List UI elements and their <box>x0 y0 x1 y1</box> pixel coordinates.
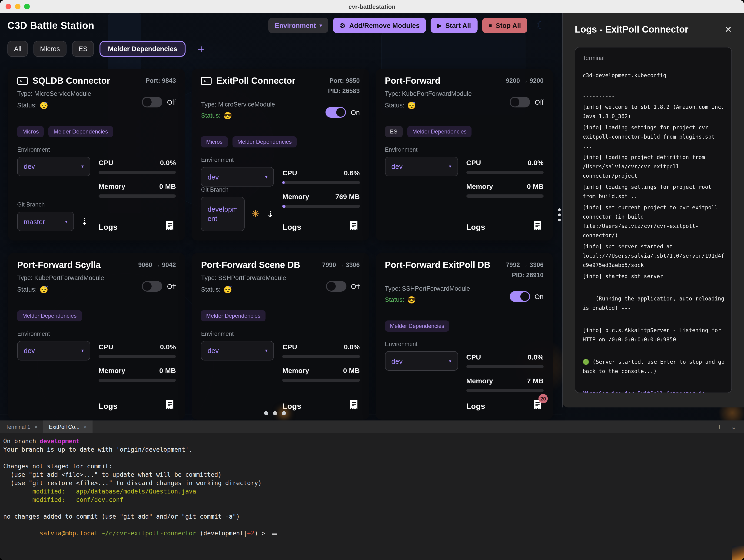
log-line: c3d-development.kubeconfig <box>583 71 725 80</box>
cpu-value: 0.0% <box>160 159 176 166</box>
chevron-down-icon: ▾ <box>81 348 84 353</box>
power-toggle[interactable] <box>510 97 530 107</box>
stop-all-button[interactable]: ■ Stop All <box>482 18 527 33</box>
environment-dropdown-label: Environment <box>275 22 316 29</box>
memory-bar <box>283 204 360 208</box>
close-icon[interactable]: ✕ <box>724 25 732 34</box>
git-branch-select[interactable]: master ▾ <box>17 212 74 231</box>
logs-receipt-icon[interactable]: 20 <box>532 400 544 411</box>
modified-file-line: modified: app/database/models/Question.j… <box>3 487 739 496</box>
stop-icon: ■ <box>489 23 492 28</box>
module-pid: PID: 26583 <box>328 86 360 97</box>
git-pull-icon[interactable]: ⇣ <box>81 216 88 227</box>
carousel-dots[interactable] <box>264 411 286 415</box>
new-terminal-icon[interactable]: + <box>717 423 721 430</box>
cpu-bar <box>466 365 544 369</box>
compiling-asterisk-icon[interactable]: ✳ <box>252 209 260 220</box>
logs-receipt-icon[interactable] <box>165 220 176 232</box>
git-pull-icon[interactable]: ⇣ <box>267 209 274 219</box>
log-line <box>583 378 725 387</box>
environment-label: Environment <box>201 157 360 163</box>
add-remove-modules-button[interactable]: ⚙ Add/Remove Modules <box>333 18 426 33</box>
cpu-label: CPU <box>466 159 481 166</box>
logs-receipt-icon[interactable] <box>165 400 176 411</box>
cpu-bar <box>283 355 360 358</box>
cpu-bar <box>99 171 176 174</box>
module-type: Type: KubePortForwardModule <box>17 273 104 284</box>
logs-button[interactable]: Logs <box>283 402 301 411</box>
modified-file-line: modified: conf/dev.conf <box>3 496 739 504</box>
tab-micros[interactable]: Micros <box>34 41 66 57</box>
module-type: Type: KubePortForwardModule <box>385 88 472 100</box>
terminal-tab-exitpoll[interactable]: ExitPoll Co... × <box>43 420 92 433</box>
close-tab-icon[interactable]: × <box>84 423 87 430</box>
add-tab-button[interactable]: + <box>195 43 208 55</box>
status-emoji: 😴 <box>40 101 48 110</box>
power-state-label: Off <box>351 283 360 290</box>
page-dot[interactable] <box>264 411 268 415</box>
chevron-down-icon: ▾ <box>81 164 84 169</box>
tag-melder-dependencies: Melder Dependencies <box>48 126 113 137</box>
panel-drag-handle[interactable] <box>558 209 561 221</box>
tag-melder-dependencies: Melder Dependencies <box>201 310 266 322</box>
logs-receipt-icon[interactable] <box>532 220 544 232</box>
environment-value: dev <box>208 173 219 181</box>
terminal-text: no changes added to commit (use "git add… <box>3 513 739 521</box>
memory-label: Memory <box>99 367 125 374</box>
power-toggle[interactable] <box>510 291 530 302</box>
environment-select[interactable]: dev ▾ <box>385 351 458 371</box>
chevron-down-icon[interactable]: ⌄ <box>731 423 737 430</box>
logs-button[interactable]: Logs <box>466 402 485 411</box>
window-title: cvr-battlestation <box>0 3 744 10</box>
cpu-label: CPU <box>99 343 113 351</box>
logs-receipt-icon[interactable] <box>348 220 360 232</box>
page-dot[interactable] <box>282 411 286 415</box>
terminal-blank-line <box>3 504 739 513</box>
environment-dropdown-button[interactable]: Environment ▾ <box>268 18 329 33</box>
log-lines: c3d-development.kubeconfig--------------… <box>583 71 725 393</box>
module-card-sqldb-connector: >_ SQLDB Connector Port: 9843 Type: Micr… <box>8 69 185 240</box>
power-toggle[interactable] <box>142 97 162 107</box>
terminal-tab-1[interactable]: Terminal 1 × <box>0 420 43 433</box>
start-all-button[interactable]: ▶ Start All <box>431 18 478 33</box>
terminal-tab-label: Terminal 1 <box>6 424 30 430</box>
chevron-down-icon: ▾ <box>65 219 67 224</box>
environment-select[interactable]: dev ▾ <box>201 341 274 361</box>
environment-select[interactable]: dev ▾ <box>17 341 90 361</box>
cpu-bar <box>283 181 360 184</box>
status-label: Status: <box>17 100 37 111</box>
environment-value: dev <box>391 357 403 365</box>
log-line: 🟢 (Server started, use Enter to stop and… <box>583 357 725 376</box>
power-toggle[interactable] <box>142 281 162 292</box>
terminal-text: (use "git restore <file>..." to discard … <box>3 479 739 487</box>
environment-label: Environment <box>17 331 176 337</box>
logs-panel: Logs - ExitPoll Connector ✕ Terminal c3d… <box>563 13 744 407</box>
terminal-pane: Terminal 1 × ExitPoll Co... × + ⌄ On bra… <box>0 420 744 560</box>
logs-button[interactable]: Logs <box>283 223 301 232</box>
environment-select[interactable]: dev ▾ <box>201 167 274 187</box>
logs-button[interactable]: Logs <box>99 223 117 232</box>
terminal-output[interactable]: On branch development Your branch is up … <box>0 433 744 546</box>
cpu-value: 0.0% <box>528 353 544 361</box>
tag-melder-dependencies: Melder Dependencies <box>232 136 297 147</box>
logs-button[interactable]: Logs <box>99 402 117 411</box>
gear-icon: ⚙ <box>340 22 345 29</box>
page-dot[interactable] <box>273 411 277 415</box>
module-ports: 7992 → 3306 <box>506 260 544 270</box>
environment-select[interactable]: dev ▾ <box>385 157 458 176</box>
prompt-path: ~/c/cvr-exitpoll-connector <box>98 530 196 537</box>
filter-tabs: All Micros ES Melder Dependencies + <box>0 33 563 57</box>
tab-all[interactable]: All <box>7 41 28 57</box>
tab-es[interactable]: ES <box>72 41 94 57</box>
memory-label: Memory <box>466 182 493 190</box>
environment-select[interactable]: dev ▾ <box>17 157 90 176</box>
prompt-user: salvia@mbp.local <box>40 530 98 537</box>
power-toggle[interactable] <box>326 281 346 292</box>
logs-button[interactable]: Logs <box>466 223 485 232</box>
power-state-label: Off <box>167 283 176 290</box>
logs-receipt-icon[interactable] <box>348 400 360 411</box>
power-toggle[interactable] <box>326 107 346 118</box>
git-branch-select[interactable]: development <box>201 197 245 231</box>
close-tab-icon[interactable]: × <box>34 423 38 430</box>
tab-melder-dependencies[interactable]: Melder Dependencies <box>100 41 186 57</box>
